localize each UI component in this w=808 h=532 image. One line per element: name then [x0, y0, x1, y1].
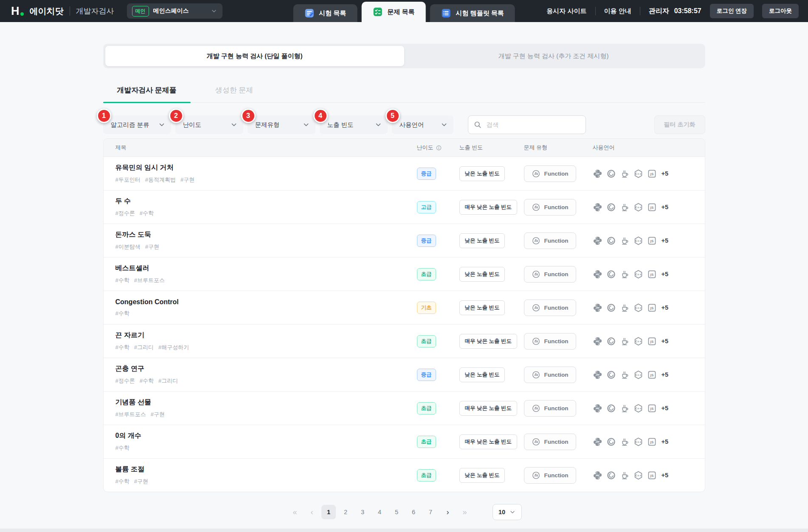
filter-reset-button[interactable]: 필터 초기화: [654, 115, 705, 134]
first-page-button[interactable]: «: [287, 505, 302, 519]
problem-tag: #그리디: [158, 377, 178, 385]
java-icon: [620, 202, 630, 212]
problem-type-label: Function: [544, 472, 569, 479]
problem-type-button[interactable]: Function: [524, 165, 576, 182]
page-button[interactable]: 2: [338, 505, 353, 519]
problem-title[interactable]: 볼륨 조절: [115, 465, 417, 474]
dropdown-label: 알고리즘 분류: [111, 121, 149, 129]
java-icon: [620, 336, 630, 346]
workspace-selector[interactable]: 메인 메인스페이스: [127, 3, 222, 19]
filter-exposure[interactable]: 4 노출 빈도: [320, 115, 388, 134]
problem-type-button[interactable]: Function: [524, 300, 576, 316]
problem-type-button[interactable]: Function: [524, 400, 576, 417]
filter-language[interactable]: 5 사용언어: [392, 115, 453, 134]
page-size-selector[interactable]: 10: [493, 504, 522, 520]
problem-type-button[interactable]: Function: [524, 434, 576, 450]
next-page-button[interactable]: ›: [440, 505, 455, 519]
prev-page-button[interactable]: ‹: [304, 505, 319, 519]
difficulty-cell: 초급: [417, 402, 459, 414]
tab-created-problems[interactable]: 생성한 문제: [191, 85, 278, 102]
hdot-logo[interactable]: H: [11, 6, 24, 17]
problem-type-button[interactable]: Function: [524, 467, 576, 484]
problem-cell: 기념품 선물 #브루트포스#구현: [104, 398, 417, 418]
top-navbar: H 에이치닷 개발자검사 메인 메인스페이스 시험 목록 문제 목록 시험 템플…: [0, 0, 808, 22]
java-icon: [620, 169, 630, 179]
problem-type-button[interactable]: Function: [524, 367, 576, 383]
header-exposure: 노출 빈도: [459, 144, 524, 151]
usage-guide-link[interactable]: 이용 안내: [604, 7, 631, 15]
problem-title[interactable]: 기념품 선물: [115, 398, 417, 407]
ring-lang-icon: [606, 202, 616, 212]
tab-developer-problem-pool[interactable]: 개발자검사 문제풀: [103, 85, 191, 102]
page-button[interactable]: 1: [321, 505, 336, 519]
table-row[interactable]: 끈 자르기 #수학#그리디#해구성하기 초급 매우 낮은 노출 빈도 Funct…: [104, 324, 705, 358]
problem-title[interactable]: 베스트셀러: [115, 264, 417, 273]
exposure-cell: 낮은 노출 빈도: [459, 233, 524, 248]
nav-separator: [640, 7, 640, 15]
segment-single-solution[interactable]: 개발 구현 능력 검사 (단일 풀이형): [105, 46, 404, 66]
problem-title[interactable]: Congestion Control: [115, 298, 417, 306]
filter-difficulty[interactable]: 2 난이도: [175, 115, 243, 134]
last-page-button[interactable]: »: [457, 505, 472, 519]
page-button[interactable]: 7: [423, 505, 438, 519]
table-row[interactable]: Congestion Control #수학 기초 낮은 노출 빈도 Funct…: [104, 291, 705, 324]
problem-title[interactable]: 두 수: [115, 197, 417, 206]
problem-type-button[interactable]: Function: [524, 266, 576, 283]
problem-title[interactable]: 끈 자르기: [115, 331, 417, 340]
js-icon: [647, 303, 657, 313]
filter-problem-type[interactable]: 3 문제유형: [248, 115, 315, 134]
fx-icon: [532, 303, 541, 312]
logout-button[interactable]: 로그아웃: [762, 4, 799, 18]
problem-title[interactable]: 유목민의 임시 거처: [115, 163, 417, 172]
problem-type-button[interactable]: Function: [524, 333, 576, 350]
table-row[interactable]: 두 수 #정수론#수학 고급 매우 낮은 노출 빈도 Function +5: [104, 190, 705, 224]
table-row[interactable]: 볼륨 조절 #수학#구현 초급 낮은 노출 빈도 Function +5: [104, 458, 705, 492]
ring-lang-icon: [606, 403, 616, 413]
problem-tag: #구현: [180, 176, 194, 184]
problem-type-button[interactable]: Function: [524, 199, 576, 216]
table-row[interactable]: 베스트셀러 #수학#브루트포스 초급 낮은 노출 빈도 Function +5: [104, 257, 705, 291]
java-icon: [620, 470, 630, 480]
header-languages: 사용언어: [593, 144, 705, 151]
tab-exam-list[interactable]: 시험 목록: [293, 4, 357, 22]
table-row[interactable]: 곤충 연구 #정수론#수학#그리디 중급 낮은 노출 빈도 Function +…: [104, 358, 705, 391]
nav-tab-icon: [441, 8, 451, 18]
ring-lang-icon: [606, 437, 616, 447]
search-input[interactable]: [486, 121, 580, 129]
problem-title[interactable]: 돈까스 도둑: [115, 230, 417, 239]
chevron-down-icon: [230, 121, 238, 129]
problem-tags: #수학#구현: [115, 478, 417, 485]
step-number-badge: 2: [169, 109, 183, 123]
tab-problem-list[interactable]: 문제 목록: [361, 2, 425, 22]
table-row[interactable]: 기념품 선물 #브루트포스#구현 초급 매우 낮은 노출 빈도 Function…: [104, 391, 705, 425]
exposure-badge: 낮은 노출 빈도: [459, 367, 505, 382]
filter-algorithm[interactable]: 1 알고리즘 분류: [103, 115, 171, 134]
segment-extra-condition[interactable]: 개발 구현 능력 검사 (추가 조건 제시형): [404, 46, 703, 66]
difficulty-info-icon[interactable]: [436, 145, 442, 151]
problem-type-label: Function: [544, 372, 569, 378]
python-icon: [593, 470, 602, 480]
exposure-badge: 낮은 노출 빈도: [459, 233, 505, 248]
problem-title[interactable]: 곤충 연구: [115, 364, 417, 373]
extend-login-button[interactable]: 로그인 연장: [710, 4, 754, 18]
table-header-row: 제목 난이도 노출 빈도 문제 유형 사용언어: [104, 139, 705, 157]
search-box[interactable]: [468, 115, 586, 134]
page-button[interactable]: 4: [372, 505, 387, 519]
tab-template-list[interactable]: 시험 템플릿 목록: [430, 4, 515, 22]
table-row[interactable]: 돈까스 도둑 #이분탐색#구현 중급 낮은 노출 빈도 Function +5: [104, 224, 705, 257]
problem-tag: #정수론: [115, 210, 135, 217]
problem-title[interactable]: 0의 개수: [115, 431, 417, 440]
problem-type-button[interactable]: Function: [524, 232, 576, 249]
dropdown-label: 사용언어: [400, 121, 424, 129]
page-button[interactable]: 6: [406, 505, 421, 519]
page-button[interactable]: 5: [389, 505, 404, 519]
difficulty-badge: 고급: [417, 201, 436, 213]
chevron-down-icon: [440, 121, 448, 129]
difficulty-badge: 초급: [417, 402, 436, 414]
page-button[interactable]: 3: [355, 505, 370, 519]
problem-tag: #수학: [115, 444, 130, 452]
table-row[interactable]: 0의 개수 #수학 초급 매우 낮은 노출 빈도 Function +5: [104, 425, 705, 458]
candidate-site-link[interactable]: 응시자 사이트: [546, 7, 586, 15]
table-row[interactable]: 유목민의 임시 거처 #두포인터#동적계획법#구현 중급 낮은 노출 빈도 Fu…: [104, 157, 705, 190]
exposure-badge: 매우 낮은 노출 빈도: [459, 434, 517, 449]
